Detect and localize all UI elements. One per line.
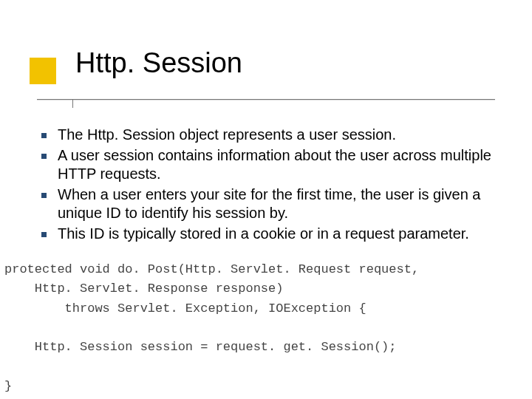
- slide: Http. Session The Http. Session object r…: [0, 0, 532, 399]
- code-line: throws Servlet. Exception, IOException {: [4, 301, 366, 316]
- code-line: protected void do. Post(Http. Servlet. R…: [4, 262, 419, 276]
- bullet-item: A user session contains information abou…: [38, 146, 504, 184]
- accent-square: [30, 58, 56, 84]
- title-block: Http. Session: [30, 47, 502, 79]
- slide-title: Http. Session: [75, 47, 502, 79]
- code-line: Http. Servlet. Response response): [4, 282, 283, 296]
- bullet-list: The Http. Session object represents a us…: [38, 126, 504, 245]
- code-line: Http. Session session = request. get. Se…: [4, 340, 397, 354]
- bullet-text: The Http. Session object represents a us…: [58, 126, 396, 143]
- code-line: }: [4, 379, 12, 393]
- bullet-item: When a user enters your site for the fir…: [38, 185, 504, 223]
- bullet-text: This ID is typically stored in a cookie …: [58, 225, 469, 242]
- bullet-text: A user session contains information abou…: [58, 147, 491, 183]
- title-rule: [37, 99, 495, 100]
- code-block: protected void do. Post(Http. Servlet. R…: [4, 260, 520, 396]
- title-rule-vertical: [72, 99, 73, 108]
- bullet-text: When a user enters your site for the fir…: [58, 186, 480, 222]
- bullet-item: This ID is typically stored in a cookie …: [38, 225, 504, 244]
- bullet-item: The Http. Session object represents a us…: [38, 126, 504, 145]
